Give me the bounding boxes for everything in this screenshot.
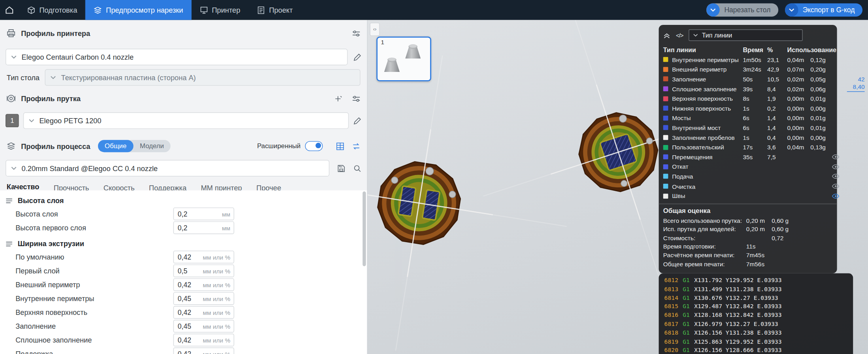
process-profile-select[interactable]: 0.20mm Standard @Elegoo CC 0.4 nozzle	[6, 160, 329, 177]
legend-row: Заполнение 50s 10,5 0,02m 0,05g	[659, 74, 837, 84]
advanced-toggle[interactable]	[305, 141, 323, 151]
setting-label: Высота первого слоя	[15, 224, 173, 232]
slice-plate-button[interactable]: Нарезать стол	[707, 3, 778, 17]
gcode-line: 6817G1X126.979 Y132.27 E.03933	[664, 320, 848, 328]
param-table-icon[interactable]	[336, 142, 344, 150]
visibility-eye-icon[interactable]	[830, 173, 839, 180]
filament-select[interactable]: Elegoo PETG 1200	[23, 112, 349, 129]
filament-settings-icon[interactable]	[352, 95, 360, 102]
export-gcode-button[interactable]: Экспорт в G-код	[785, 3, 862, 17]
setting-label: Внутренние периметры	[15, 294, 173, 303]
tab-project[interactable]: Проект	[249, 0, 301, 20]
legend-row: Пользовательский 17s 3,6 0,04m 0,13g	[659, 142, 837, 152]
collapse-panel-icon[interactable]	[663, 32, 670, 39]
linetype-time: 39s	[743, 85, 767, 92]
scope-global-option[interactable]: Общие	[98, 140, 133, 152]
linetype-label: Мосты	[672, 115, 743, 121]
tab-printer[interactable]: Принтер	[191, 0, 249, 20]
printer-profile-title: Профиль принтера	[21, 29, 90, 38]
app-window: Подготовка Предпросмотр нарезки Принтер …	[0, 0, 868, 354]
filament-profile-header: Профиль прутка	[0, 90, 367, 107]
visibility-eye-icon[interactable]	[830, 163, 839, 170]
setting-input[interactable]: 0,45 мм или %	[173, 292, 234, 305]
view-mode-select[interactable]: Тип линии	[689, 29, 803, 41]
setting-input[interactable]: 0,2 мм	[173, 207, 234, 220]
left-panel-scrollbar[interactable]	[362, 192, 366, 266]
setting-input[interactable]: 0,2 мм	[173, 221, 234, 234]
home-button[interactable]	[0, 0, 19, 20]
gcode-console[interactable]: 6812G1X131.792 Y129.952 E.03933 6813G1X1…	[659, 273, 853, 354]
linetype-time: 1s	[743, 134, 767, 141]
add-filament-icon[interactable]	[334, 94, 342, 103]
linetype-color-swatch	[663, 116, 668, 121]
filament-profile-title: Профиль прутка	[21, 94, 81, 103]
slice-dropdown-chevron-icon[interactable]	[707, 3, 720, 17]
export-gcode-label: Экспорт в G-код	[798, 6, 862, 14]
setting-input[interactable]: 0,42 мм или %	[173, 348, 234, 354]
filament-index-swatch[interactable]: 1	[6, 114, 19, 128]
visibility-eye-icon[interactable]	[830, 192, 839, 200]
bed-type-select[interactable]: Текстурированная пластина (сторона А)	[45, 69, 360, 86]
sliced-model-left[interactable]	[367, 127, 495, 279]
setting-value: 0,42	[174, 336, 203, 344]
linetype-label: Внутренние периметры	[672, 56, 743, 63]
linetype-color-swatch	[663, 164, 668, 169]
layers-icon	[94, 6, 102, 14]
legend-row: Мосты 6s 1,4 0,00m 0,01g	[659, 113, 837, 123]
setting-input[interactable]: 0,42 мм или %	[173, 306, 234, 318]
visibility-eye-icon[interactable]	[830, 153, 839, 160]
visibility-eye-icon[interactable]	[830, 183, 839, 190]
panel-collapse-handle[interactable]: ‹›	[370, 23, 380, 36]
linetype-time: 50s	[743, 76, 767, 83]
printer-profile-select[interactable]: Elegoo Centauri Carbon 0.4 nozzle	[6, 49, 348, 65]
setting-input[interactable]: 0,42 мм или %	[173, 250, 234, 263]
plate-thumbnail[interactable]: 1	[376, 36, 431, 81]
printer-profile-header: Профиль принтера	[0, 24, 367, 42]
linetype-length: 0,04m	[787, 144, 811, 151]
setting-value: 0,42	[174, 281, 203, 289]
setting-row: Высота первого слоя 0,2 мм	[0, 221, 367, 235]
topbar: Подготовка Предпросмотр нарезки Принтер …	[0, 0, 868, 20]
legend-header: Тип линии Время % Использование	[659, 45, 837, 55]
summary-label: Всего использовано прутка:	[663, 217, 746, 224]
setting-input[interactable]: 0,42 мм или %	[173, 278, 234, 291]
view-mode-value: Тип линии	[702, 32, 732, 39]
search-settings-icon[interactable]	[353, 164, 362, 172]
prepare-icon	[27, 6, 36, 14]
setting-row: Внешний периметр 0,42 мм или %	[0, 278, 367, 292]
summary-value: 0,72	[772, 235, 832, 241]
gcode-view-icon[interactable]: </>	[676, 32, 683, 39]
setting-input[interactable]: 0,5 мм или %	[173, 264, 234, 277]
linetype-color-swatch	[663, 184, 668, 189]
home-icon	[5, 6, 14, 14]
scope-objects-option[interactable]: Модели	[133, 140, 171, 152]
layer-slider-indicator[interactable]: 42 8,40	[847, 75, 865, 92]
edit-printer-icon[interactable]	[353, 53, 362, 61]
setting-input[interactable]: 0,42 мм или %	[173, 334, 234, 346]
setting-value: 0,42	[174, 309, 203, 316]
gcode-line: 6815G1X129.487 Y132.842 E.03933	[664, 302, 848, 311]
linetype-label: Сплошное заполнение	[672, 85, 743, 92]
setting-row: Внутренние периметры 0,45 мм или %	[0, 292, 367, 305]
setting-row: По умолчанию 0,42 мм или %	[0, 250, 367, 264]
summary-value: 0,60 g	[772, 226, 832, 233]
setting-unit: мм	[222, 211, 234, 217]
legend-row: Перемещения 35s 7,5	[659, 152, 837, 162]
linetype-label: Перемещения	[672, 154, 743, 160]
setting-value: 0,42	[174, 350, 203, 354]
compare-presets-icon[interactable]	[352, 142, 360, 150]
setting-input[interactable]: 0,45 мм или %	[173, 320, 234, 332]
linetype-color-swatch	[663, 174, 668, 179]
tab-preview[interactable]: Предпросмотр нарезки	[85, 0, 191, 20]
linetype-color-swatch	[663, 135, 668, 140]
linetype-label: Внутренний мост	[672, 124, 743, 131]
edit-filament-icon[interactable]	[353, 117, 362, 125]
tab-prepare[interactable]: Подготовка	[19, 0, 86, 20]
scope-segmented-control: Общие Модели	[98, 140, 170, 152]
summary-label: Расчётное время печати:	[663, 252, 746, 258]
export-dropdown-chevron-icon[interactable]	[785, 3, 798, 17]
legend-toolbar: </> Тип линии	[659, 28, 837, 45]
printer-settings-icon[interactable]	[352, 30, 360, 37]
summary-row: Время подготовки: 11s	[659, 242, 837, 251]
save-preset-icon[interactable]	[337, 164, 345, 172]
